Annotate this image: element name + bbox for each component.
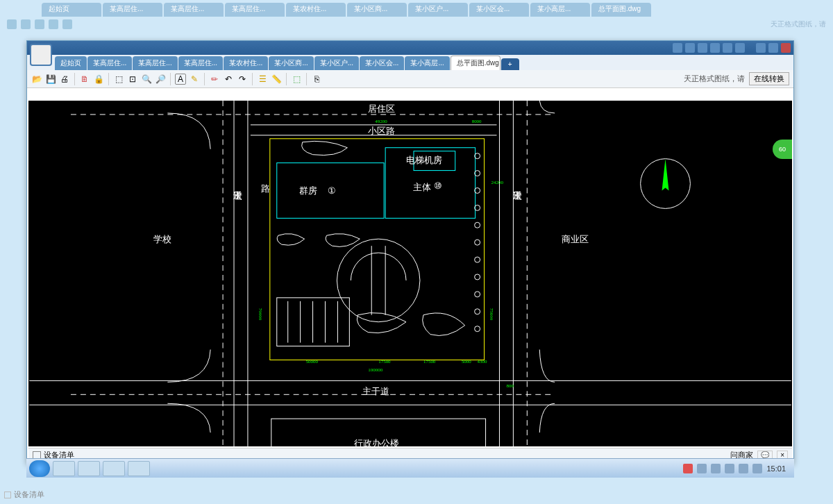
tab-doc[interactable]: 某高层住... xyxy=(133,56,177,70)
compass-icon xyxy=(641,159,691,209)
taskbar-item[interactable] xyxy=(128,461,150,476)
toolbar-separator xyxy=(74,73,75,85)
pencil-icon[interactable]: ✏ xyxy=(209,74,220,85)
text-tool-icon[interactable]: A xyxy=(175,74,186,85)
measure-icon[interactable]: 📏 xyxy=(271,74,282,85)
label-school: 学校 xyxy=(153,234,171,244)
label-road: 路 xyxy=(260,184,269,193)
outer-tab: 某高层住... xyxy=(164,3,224,17)
maximize-button[interactable] xyxy=(768,43,778,53)
dim-text: 800 xyxy=(506,383,514,389)
tab-doc[interactable]: 某高层住... xyxy=(178,56,223,70)
zoom-out-icon[interactable]: 🔎 xyxy=(155,74,166,85)
dim-text: 24200 xyxy=(491,180,504,185)
svg-point-31 xyxy=(475,257,480,262)
tab-doc[interactable]: 某小区会... xyxy=(360,56,404,70)
dim-text: 17500 xyxy=(423,359,436,364)
outer-tool-icon xyxy=(49,19,58,29)
label-admin-building: 行政办公楼 xyxy=(354,438,399,446)
edit-icon[interactable]: ✎ xyxy=(189,74,200,85)
taskbar-item[interactable] xyxy=(53,461,75,476)
svg-point-33 xyxy=(475,292,480,297)
tray-volume-icon[interactable] xyxy=(752,464,762,473)
windows-taskbar: 15:01 xyxy=(26,458,794,478)
tray-icon[interactable] xyxy=(725,464,734,473)
dim-text: 4300 xyxy=(478,359,487,364)
outer-tab: 某小区商... xyxy=(347,3,407,17)
titlebar-contacts-icon[interactable] xyxy=(673,43,682,53)
outer-tool-icon xyxy=(35,19,44,29)
tab-add-button[interactable]: + xyxy=(501,58,519,70)
zoom-extents-icon[interactable]: ⊡ xyxy=(127,74,138,85)
toolbar-separator xyxy=(108,73,109,85)
label-community-road: 小区路 xyxy=(368,126,395,136)
titlebar-share-icon[interactable] xyxy=(685,43,695,53)
tab-doc[interactable]: 某农村住... xyxy=(224,56,268,70)
print-icon[interactable]: 🖨 xyxy=(59,74,70,85)
titlebar xyxy=(27,41,793,55)
dim-text: 49200 xyxy=(375,119,387,124)
tray-input-icon[interactable] xyxy=(683,464,693,473)
dim-text: 50000 xyxy=(306,359,319,364)
svg-point-29 xyxy=(475,222,480,228)
taskbar-item[interactable] xyxy=(103,461,125,476)
tab-start[interactable]: 起始页 xyxy=(55,56,87,70)
marker-1: ① xyxy=(328,185,336,196)
outer-tool-icon xyxy=(62,19,72,29)
taskbar-item[interactable] xyxy=(78,461,100,476)
file-icon[interactable]: 🗎 xyxy=(79,74,90,85)
cad-drawing: 居住区 小区路 电梯机房 群房 ① 主体 ⑩ 学校 商业区 主干道 行政办公楼 … xyxy=(28,101,792,446)
tab-active[interactable]: 总平面图.dwg× xyxy=(451,56,500,70)
dim-text: 5000 xyxy=(462,359,471,364)
tray-icon[interactable] xyxy=(697,464,707,473)
outer-tab: 某小区会... xyxy=(469,3,529,17)
titlebar-mobile-icon[interactable] xyxy=(710,43,720,53)
open-icon[interactable]: 📂 xyxy=(31,74,42,85)
titlebar-chat-icon[interactable] xyxy=(698,43,707,53)
tab-doc[interactable]: 某高层住... xyxy=(87,56,132,70)
main-toolbar: 📂 💾 🖨 🗎 🔒 ⬚ ⊡ 🔍 🔎 A ✎ ✏ ↶ ↷ ☰ 📏 ⬚ ⎘ 天正格式… xyxy=(27,70,793,88)
toolbar-separator xyxy=(170,73,171,85)
titlebar-fullscreen-icon[interactable] xyxy=(723,43,732,53)
save-icon[interactable]: 💾 xyxy=(45,74,56,85)
tab-active-label: 总平面图.dwg xyxy=(457,59,499,67)
tray-icon[interactable] xyxy=(711,464,721,473)
zoom-window-icon[interactable]: ⬚ xyxy=(113,74,124,85)
minimize-button[interactable] xyxy=(756,43,766,53)
outer-right-hint: 天正格式图纸，请 xyxy=(771,19,826,29)
document-tabs: 起始页 某高层住... 某高层住... 某高层住... 某农村住... 某小区商… xyxy=(27,55,793,70)
drawing-canvas[interactable]: 60 xyxy=(28,101,792,446)
svg-rect-12 xyxy=(270,139,485,360)
undo-icon[interactable]: ↶ xyxy=(223,74,234,85)
toolbar-separator xyxy=(204,73,205,85)
label-podium: 群房 xyxy=(299,185,317,196)
lock-icon[interactable]: 🔒 xyxy=(93,74,104,85)
tab-doc[interactable]: 某小高层... xyxy=(405,56,449,70)
label-commercial-zone: 商业区 xyxy=(562,234,589,244)
tab-doc[interactable]: 某小区户... xyxy=(314,56,359,70)
zoom-in-icon[interactable]: 🔍 xyxy=(141,74,152,85)
layers-icon[interactable]: ☰ xyxy=(257,74,268,85)
outer-toolbar: 天正格式图纸，请 xyxy=(0,17,833,32)
outer-tab: 某小区户... xyxy=(408,3,468,17)
close-button[interactable] xyxy=(781,43,791,53)
tab-doc[interactable]: 某小区商... xyxy=(269,56,313,70)
toolbar-separator xyxy=(252,73,253,85)
stack-icon[interactable]: ⬚ xyxy=(291,74,302,85)
tray-network-icon[interactable] xyxy=(739,464,748,473)
export-icon[interactable]: ⎘ xyxy=(311,74,322,85)
label-main-road: 主干道 xyxy=(362,386,389,396)
start-button[interactable] xyxy=(29,460,50,477)
marker-2: ⑩ xyxy=(434,180,442,191)
outer-faded-status: 设备清单 xyxy=(4,489,44,500)
outer-tab: 总平面图.dwg xyxy=(591,3,651,17)
convert-online-button[interactable]: 在线转换 xyxy=(749,72,789,85)
user-avatar[interactable] xyxy=(30,44,52,66)
outer-tab: 某高层住... xyxy=(225,3,285,17)
redo-icon[interactable]: ↷ xyxy=(237,74,248,85)
dim-text: 75600 xyxy=(489,308,494,321)
dim-text: 70000 xyxy=(258,308,263,321)
outer-tab: 起始页 xyxy=(42,3,101,17)
titlebar-settings-icon[interactable] xyxy=(735,43,745,53)
outer-tool-icon xyxy=(7,19,17,29)
